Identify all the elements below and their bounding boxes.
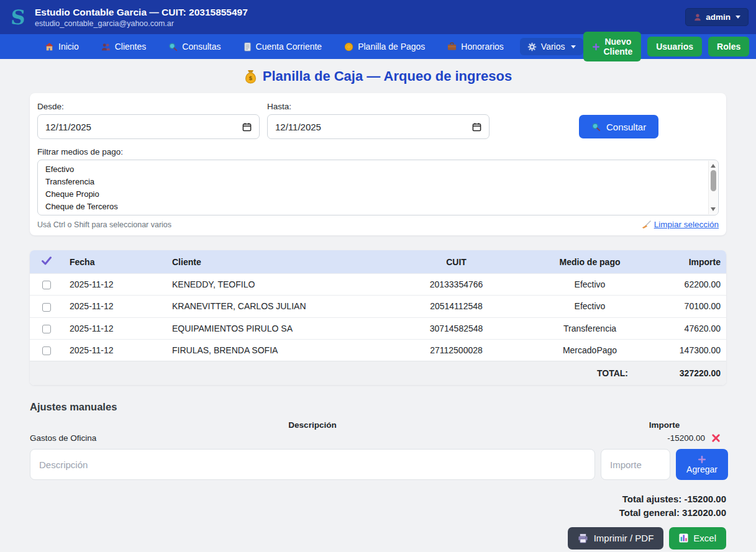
- cell-medio: Efectivo: [517, 296, 663, 317]
- select-all-header[interactable]: [30, 250, 62, 274]
- row-checkbox[interactable]: [42, 325, 51, 333]
- medios-option[interactable]: Efectivo: [38, 160, 718, 176]
- table-header-row: Fecha Cliente CUIT Medio de pago Importe: [30, 250, 726, 274]
- filters-card: Desde: 12/11/2025 Hasta: 12/11/2025: [30, 93, 726, 235]
- listbox-scrollbar[interactable]: [708, 161, 717, 214]
- totals-block: Total ajustes: -15200.00 Total general: …: [30, 492, 726, 520]
- consultar-label: Consultar: [606, 122, 646, 132]
- calendar-icon[interactable]: [242, 122, 252, 132]
- cell-fecha: 2025-11-12: [62, 339, 165, 361]
- consultar-button[interactable]: Consultar: [579, 115, 658, 138]
- admin-menu-button[interactable]: admin: [685, 8, 749, 26]
- home-icon: [45, 42, 54, 52]
- scroll-down-icon[interactable]: [711, 207, 716, 211]
- cell-importe: 62200.00: [663, 274, 726, 296]
- limpiar-seleccion-link[interactable]: Limpiar selección: [641, 220, 719, 229]
- medios-option[interactable]: Cheque de Terceros: [38, 201, 718, 213]
- agregar-button[interactable]: Agregar: [676, 449, 728, 480]
- usuarios-button[interactable]: Usuarios: [647, 37, 702, 57]
- col-header-medio: Medio de pago: [517, 250, 663, 274]
- cell-cliente: EQUIPAMIENTOS PIRULO SA: [165, 317, 396, 339]
- ajustes-section: Ajustes manuales Descripción Importe Gas…: [30, 401, 726, 550]
- row-checkbox[interactable]: [42, 346, 51, 355]
- svg-text:$: $: [249, 75, 253, 81]
- briefcase-icon: [447, 42, 457, 51]
- descripcion-input[interactable]: [30, 449, 595, 480]
- total-general-value: 312020.00: [682, 507, 726, 518]
- nav-label: Clientes: [115, 42, 147, 52]
- cell-fecha: 2025-11-12: [62, 296, 165, 317]
- broom-icon: [641, 220, 651, 229]
- app-header: S Estudio Contable Garcia — CUIT: 203158…: [0, 0, 756, 34]
- scroll-up-icon[interactable]: [711, 164, 716, 168]
- excel-button[interactable]: Excel: [669, 527, 726, 550]
- col-header-importe: Importe: [663, 250, 726, 274]
- desde-date-input[interactable]: 12/11/2025: [37, 114, 260, 139]
- medios-option[interactable]: Transferencia: [38, 176, 718, 188]
- cell-importe: 70100.00: [663, 296, 726, 317]
- row-checkbox[interactable]: [42, 303, 51, 312]
- app-title: Estudio Contable Garcia — CUIT: 20315855…: [35, 6, 248, 19]
- table-row: 2025-11-12 KRANEVITTER, CARLOS JULIAN 20…: [30, 296, 726, 317]
- nav-item-consultas[interactable]: Consultas: [168, 42, 221, 52]
- nav-item-cuenta-corriente[interactable]: Cuenta Corriente: [244, 42, 322, 52]
- brand-block: Estudio Contable Garcia — CUIT: 20315855…: [35, 6, 248, 27]
- importe-input[interactable]: [601, 449, 670, 480]
- multiselect-hint: Usá Ctrl o Shift para seleccionar varios: [37, 220, 171, 229]
- page-title: $ Planilla de Caja — Arqueo de ingresos: [30, 68, 726, 84]
- hasta-value: 12/11/2025: [275, 122, 321, 132]
- chevron-down-icon: [571, 45, 576, 48]
- nav-label: Planilla de Pagos: [358, 42, 425, 52]
- nav-item-clientes[interactable]: Clientes: [101, 42, 147, 52]
- cell-medio: Transferencia: [517, 317, 663, 339]
- nuevo-cliente-label: Nuevo Cliente: [604, 37, 633, 57]
- admin-label: admin: [706, 12, 731, 22]
- search-icon: [168, 42, 178, 52]
- cell-cuit: 30714582548: [396, 317, 517, 339]
- delete-x-icon[interactable]: [711, 433, 721, 443]
- total-value: 327220.00: [663, 361, 726, 386]
- cell-cuit: 20133354766: [396, 274, 517, 296]
- table-row: 2025-11-12 FIRULAS, BRENDA SOFIA 2711250…: [30, 339, 726, 361]
- usuarios-label: Usuarios: [656, 42, 693, 52]
- agregar-label: Agregar: [686, 464, 717, 474]
- total-label: TOTAL:: [30, 361, 663, 386]
- table-row: 2025-11-12 EQUIPAMIENTOS PIRULO SA 30714…: [30, 317, 726, 339]
- main-nav: Inicio Clientes Consultas Cuenta Corrien…: [0, 34, 756, 59]
- nav-item-honorarios[interactable]: Honorarios: [447, 42, 503, 52]
- nav-dropdown-varios[interactable]: Varios: [520, 38, 583, 55]
- imprimir-pdf-button[interactable]: Imprimir / PDF: [568, 527, 664, 550]
- cell-cliente: KRANEVITTER, CARLOS JULIAN: [165, 296, 396, 317]
- person-icon: [693, 13, 702, 22]
- medios-multiselect[interactable]: Efectivo Transferencia Cheque Propio Che…: [37, 160, 719, 215]
- cell-cuit: 20514112548: [396, 296, 517, 317]
- printer-icon: [578, 533, 588, 543]
- medios-option[interactable]: Mercaderías: [38, 213, 718, 215]
- plus-icon: [592, 43, 600, 51]
- ajuste-importe: -15200.00: [667, 433, 705, 443]
- nav-item-inicio[interactable]: Inicio: [45, 42, 79, 52]
- row-checkbox[interactable]: [42, 281, 51, 289]
- hasta-date-input[interactable]: 12/11/2025: [267, 114, 490, 139]
- page-title-text: Planilla de Caja — Arqueo de ingresos: [263, 68, 512, 84]
- table-total-row: TOTAL: 327220.00: [30, 361, 726, 386]
- roles-button[interactable]: Roles: [708, 37, 749, 57]
- ajustes-desc-header: Descripción: [30, 420, 595, 430]
- nav-item-planilla-pagos[interactable]: Planilla de Pagos: [344, 42, 425, 52]
- cell-fecha: 2025-11-12: [62, 274, 165, 296]
- total-ajustes-value: -15200.00: [684, 494, 726, 504]
- excel-label: Excel: [693, 533, 716, 543]
- ajuste-row: Gastos de Oficina -15200.00: [30, 433, 726, 443]
- medios-option[interactable]: Cheque Propio: [38, 188, 718, 201]
- ajustes-heading: Ajustes manuales: [30, 401, 726, 413]
- nav-label: Varios: [541, 42, 565, 52]
- brand-logo: S: [7, 5, 30, 30]
- cell-cliente: KENEDDY, TEOFILO: [165, 274, 396, 296]
- calendar-icon[interactable]: [472, 122, 481, 132]
- gear-icon: [527, 42, 537, 52]
- nuevo-cliente-button[interactable]: Nuevo Cliente: [583, 32, 642, 61]
- chevron-down-icon: [736, 16, 740, 19]
- scrollbar-thumb[interactable]: [711, 170, 716, 191]
- cell-fecha: 2025-11-12: [62, 317, 165, 339]
- cell-medio: Efectivo: [517, 274, 663, 296]
